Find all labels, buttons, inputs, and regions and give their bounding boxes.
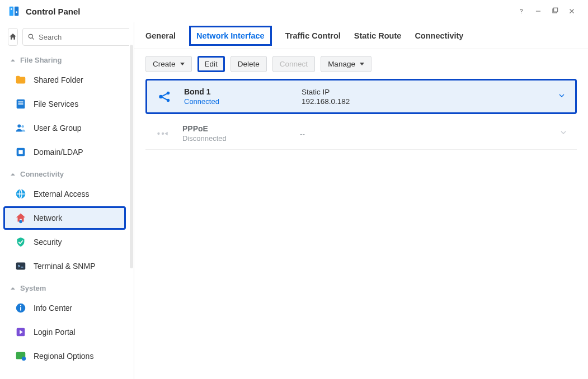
sidebar-item-label: Regional Options [34,352,93,361]
titlebar: Control Panel [0,0,588,22]
regional-icon [15,350,27,362]
sidebar-item-label: External Access [34,190,90,198]
sidebar-item-domain-ldap[interactable]: Domain/LDAP [3,140,126,164]
sidebar: File Sharing Shared Folder File Services… [0,22,134,379]
external-access-icon [15,188,27,200]
svg-rect-21 [16,263,26,270]
sidebar-item-security[interactable]: Security [3,230,126,254]
svg-point-34 [162,132,164,134]
section-label: File Sharing [20,56,62,64]
section-label: System [20,284,46,292]
tabs: General Network Interface Traffic Contro… [134,22,588,49]
sidebar-item-label: Shared Folder [34,75,83,84]
bond-icon [156,88,173,105]
sidebar-item-file-services[interactable]: File Services [3,92,126,116]
svg-point-24 [20,305,21,306]
svg-point-4 [521,13,521,13]
sidebar-item-info-center[interactable]: Info Center [3,296,126,320]
home-button[interactable] [8,28,18,46]
control-panel-icon [8,5,20,17]
sidebar-item-label: Info Center [34,304,72,312]
shield-icon [15,236,27,248]
svg-rect-1 [15,7,18,16]
tab-network-interface[interactable]: Network Interface [189,26,272,46]
interface-ip: 192.168.0.182 [302,97,557,106]
network-icon [15,212,27,224]
section-file-sharing[interactable]: File Sharing [0,50,129,68]
interface-status: Connected [184,97,302,106]
main: General Network Interface Traffic Contro… [134,22,588,379]
folder-icon [15,74,27,86]
sidebar-item-external-access[interactable]: External Access [3,182,126,206]
svg-line-31 [162,93,167,96]
svg-line-32 [162,97,167,100]
svg-rect-23 [20,307,21,310]
svg-rect-0 [10,7,13,16]
window-title: Control Panel [26,7,513,16]
users-icon [15,122,27,134]
chevron-down-icon[interactable] [557,91,566,102]
svg-point-20 [19,220,22,224]
svg-point-28 [159,94,163,98]
create-button[interactable]: Create [145,56,192,72]
body: File Sharing Shared Folder File Services… [0,22,588,379]
svg-point-33 [157,132,159,134]
login-portal-icon [15,326,27,338]
section-connectivity[interactable]: Connectivity [0,164,129,182]
close-button[interactable] [563,3,580,20]
sidebar-scrollbar[interactable] [130,45,133,268]
tab-general[interactable]: General [145,25,176,47]
minimize-button[interactable] [530,3,547,20]
interface-item-bond1[interactable]: Bond 1 Connected Static IP 192.168.0.182 [145,79,577,114]
section-label: Connectivity [20,170,64,178]
sidebar-top-row [0,22,129,50]
manage-button[interactable]: Manage [321,56,371,72]
terminal-icon [15,260,27,272]
tab-connectivity[interactable]: Connectivity [415,25,463,47]
interface-type: Static IP [302,88,557,96]
pppoe-icon [154,125,171,142]
sidebar-item-terminal-snmp[interactable]: Terminal & SNMP [3,254,126,278]
svg-point-2 [11,8,12,10]
search-field[interactable] [39,33,129,41]
interface-item-pppoe[interactable]: PPPoE Disconnected -- [145,117,577,150]
sidebar-item-label: Security [34,238,62,247]
svg-point-10 [29,34,32,38]
svg-point-27 [22,357,26,361]
svg-point-3 [16,11,17,13]
search-input[interactable] [22,28,129,46]
interface-status: Disconnected [182,134,300,143]
interface-name: PPPoE [182,124,300,133]
domain-icon [15,146,27,158]
window: Control Panel File S [0,0,588,379]
sidebar-item-label: File Services [34,100,78,108]
interface-name: Bond 1 [184,87,302,96]
section-system[interactable]: System [0,278,129,296]
interface-ip: -- [300,130,559,138]
svg-rect-14 [18,103,23,105]
tab-static-route[interactable]: Static Route [354,25,402,47]
info-icon [15,302,27,314]
sidebar-item-network[interactable]: Network [3,206,126,230]
svg-rect-13 [18,101,23,102]
chevron-up-icon [10,286,16,291]
edit-button[interactable]: Edit [197,56,225,72]
delete-button[interactable]: Delete [231,56,267,72]
sidebar-item-login-portal[interactable]: Login Portal [3,320,126,344]
svg-point-16 [21,125,23,127]
interface-list: Bond 1 Connected Static IP 192.168.0.182 [134,79,588,153]
chevron-up-icon [10,58,16,63]
chevron-down-icon[interactable] [559,128,568,139]
sidebar-item-label: Login Portal [34,328,76,337]
svg-rect-18 [18,150,22,154]
help-button[interactable] [513,3,530,20]
svg-rect-7 [554,8,558,12]
sidebar-item-user-group[interactable]: User & Group [3,116,126,140]
svg-line-11 [32,37,34,39]
tab-traffic-control[interactable]: Traffic Control [285,25,341,47]
sidebar-item-label: User & Group [34,124,82,132]
maximize-button[interactable] [547,3,563,20]
sidebar-item-shared-folder[interactable]: Shared Folder [3,68,126,92]
svg-point-15 [17,124,21,127]
sidebar-item-regional-options[interactable]: Regional Options [3,344,126,368]
